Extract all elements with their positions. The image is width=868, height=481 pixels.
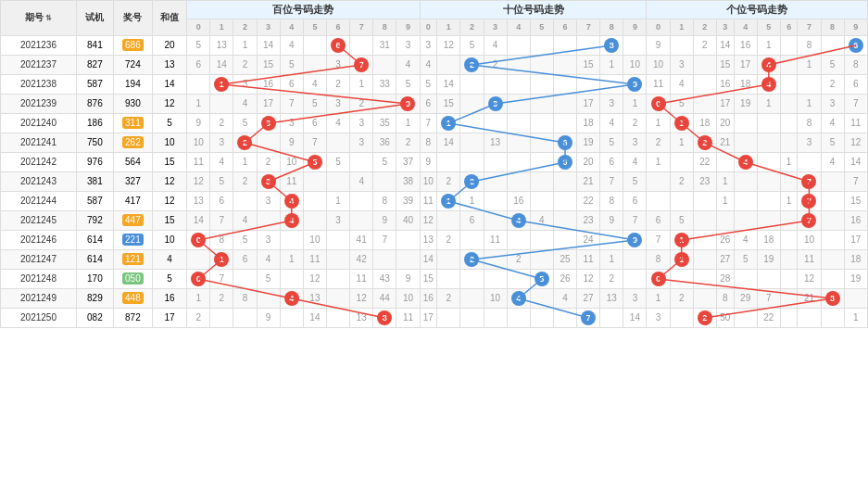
prize-cell: 121: [113, 249, 152, 269]
hundred-cell-2: 5: [233, 113, 257, 133]
header-trial: 试机: [77, 1, 114, 36]
unit-cell-3: 27: [716, 249, 734, 269]
unit-cell-2: 23: [693, 171, 716, 191]
hundred-cell-6: 3: [326, 210, 349, 230]
period-cell: 2021241: [1, 133, 77, 152]
hundred-cell-9: 4: [396, 55, 420, 74]
ten-highlight-5: 5: [535, 272, 549, 286]
unit-cell-9: 12: [844, 133, 867, 152]
unit-cell-5: 4: [757, 55, 780, 74]
unit-cell-3: 26: [716, 230, 734, 249]
unit-cell-0: 11: [647, 74, 670, 94]
hundred-cell-0: 10: [187, 133, 210, 152]
unit-cell-3: 1: [716, 171, 734, 191]
hundred-cell-0: 1: [187, 288, 210, 308]
digit-header-1-9: 9: [623, 19, 647, 36]
ten-cell-0: 9: [420, 152, 437, 171]
unit-cell-4: [734, 191, 757, 210]
unit-cell-4: 19: [734, 94, 757, 113]
ten-cell-4: [507, 269, 530, 288]
hundred-cell-4: 11: [280, 171, 303, 191]
unit-cell-3: 16: [716, 74, 734, 94]
ten-cell-4: [507, 94, 530, 113]
hundred-cell-3: 15: [257, 55, 280, 74]
prize-cell: 686: [113, 35, 152, 55]
prize-cell: 262: [113, 133, 152, 152]
hundred-cell-2: 1: [233, 152, 257, 171]
digit-header-2-0: 0: [647, 19, 670, 36]
ten-cell-6: [553, 113, 576, 133]
digit-header-2-8: 8: [821, 19, 844, 36]
ten-cell-3: 2: [484, 55, 507, 74]
ten-cell-9: [623, 249, 647, 269]
ten-cell-4: 4: [507, 288, 530, 308]
ten-highlight-6: 6: [558, 155, 572, 170]
ten-cell-5: [530, 288, 553, 308]
unit-cell-7: 7: [798, 210, 821, 230]
period-cell: 2021237: [1, 55, 77, 74]
unit-cell-0: 10: [647, 55, 670, 74]
unit-cell-0: 9: [647, 35, 670, 55]
hundred-cell-6: [326, 133, 349, 152]
ten-cell-3: [484, 210, 507, 230]
unit-cell-2: [693, 249, 716, 269]
hundred-cell-8: 36: [373, 133, 396, 152]
unit-cell-0: 1: [647, 288, 670, 308]
unit-cell-5: [757, 191, 780, 210]
sum-cell: 13: [153, 55, 187, 74]
table-row: 202124817005050751211439155261220281219: [1, 269, 868, 288]
unit-cell-4: [734, 308, 757, 327]
unit-cell-6: [780, 171, 798, 191]
digit-header-0-9: 9: [396, 19, 420, 36]
ten-cell-4: [507, 35, 530, 55]
sort-icon[interactable]: ⇅: [45, 14, 52, 22]
hundred-cell-3: 17: [257, 94, 280, 113]
hundred-cell-9: 37: [396, 152, 420, 171]
unit-cell-4: [734, 133, 757, 152]
ten-cell-8: 2: [600, 269, 623, 288]
digit-header-1-0: 0: [420, 19, 437, 36]
unit-cell-0: [647, 171, 670, 191]
hundred-cell-8: 7: [373, 230, 396, 249]
sum-cell: 15: [153, 210, 187, 230]
ten-cell-0: 3: [420, 35, 437, 55]
ten-cell-8: 8: [600, 191, 623, 210]
unit-cell-8: 5: [821, 55, 844, 74]
unit-cell-9: 15: [844, 191, 867, 210]
hundred-cell-2: 6: [233, 249, 257, 269]
ten-cell-0: 10: [420, 171, 437, 191]
hundred-highlight-4: 4: [284, 213, 299, 228]
ten-cell-6: [553, 55, 576, 74]
unit-cell-5: [757, 210, 780, 230]
hundred-cell-2: 2: [233, 171, 257, 191]
hundred-cell-6: [326, 308, 349, 327]
hundred-cell-1: 3: [210, 133, 233, 152]
table-body: 2021236841686205131144631331254892141618…: [1, 35, 868, 327]
unit-cell-1: [670, 152, 693, 171]
ten-cell-8: 13: [600, 288, 623, 308]
ten-highlight-6: 6: [558, 135, 572, 150]
hundred-cell-3: 3: [257, 230, 280, 249]
unit-cell-1: 1: [670, 249, 693, 269]
ten-cell-9: 3: [623, 133, 647, 152]
hundred-cell-3: 2: [257, 152, 280, 171]
unit-cell-6: [780, 230, 798, 249]
ten-cell-9: 14: [623, 308, 647, 327]
hundred-cell-1: 6: [210, 191, 233, 210]
prize-cell: 872: [113, 308, 152, 327]
unit-cell-9: 17: [844, 230, 867, 249]
hundred-cell-1: 5: [210, 171, 233, 191]
unit-cell-5: 1: [757, 35, 780, 55]
hundred-cell-4: 4: [280, 288, 303, 308]
unit-cell-3: 8: [716, 288, 734, 308]
hundred-cell-1: 4: [210, 152, 233, 171]
hundred-cell-0: 12: [187, 171, 210, 191]
ten-cell-9: [623, 35, 647, 55]
hundred-cell-3: 9: [257, 308, 280, 327]
unit-cell-7: 1: [798, 55, 821, 74]
digit-header-0-0: 0: [187, 19, 210, 36]
hundred-cell-4: 5: [280, 55, 303, 74]
trial-cell: 750: [77, 133, 114, 152]
trial-cell: 170: [77, 269, 114, 288]
unit-cell-8: [821, 249, 844, 269]
